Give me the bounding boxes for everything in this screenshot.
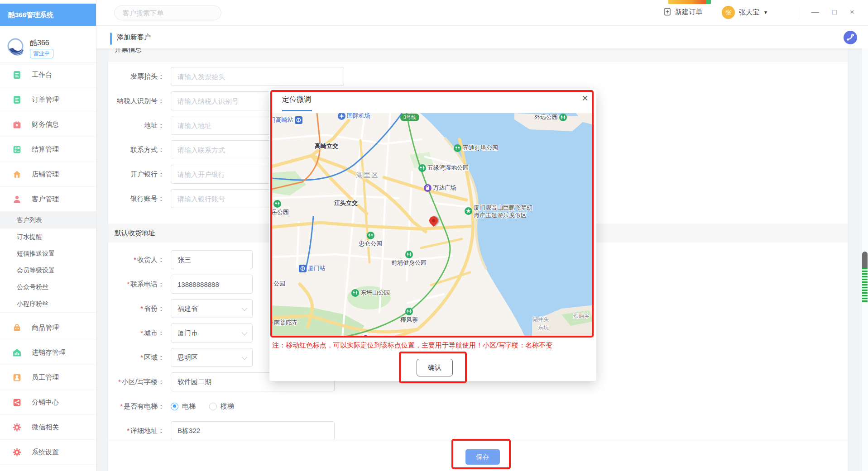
railway-station-icon (299, 265, 307, 272)
park-icon (367, 232, 374, 239)
map-poi: 公园 (272, 280, 285, 288)
metro-line-badge: 3号线 (400, 114, 419, 121)
sidebar-item-shop[interactable]: 店铺管理 (0, 162, 96, 187)
save-button[interactable]: 保存 (465, 449, 500, 465)
field-label: *收货人： (108, 256, 164, 264)
sidebar-item-settlement[interactable]: 结算管理 (0, 137, 96, 162)
dialog-title: 定位微调 (282, 95, 311, 105)
window-controls: — □ × (811, 8, 854, 17)
airport-icon (338, 113, 345, 120)
sidebar-item-workbench[interactable]: 工作台 (0, 62, 96, 87)
map-poi: 万达广场 (424, 184, 456, 192)
sidebar-menu: 工作台 订单管理 ¥ 财务信息 结算管理 店铺管理 客户管理 客户列表 订水提醒… (0, 62, 96, 465)
chevron-down-icon (242, 329, 248, 335)
chevron-down-icon (242, 305, 248, 311)
sidebar-item-member-level[interactable]: 会员等级设置 (0, 262, 96, 279)
resort-icon (465, 207, 472, 215)
customer-service-icon[interactable] (844, 31, 857, 44)
dialog-note: 注：移动红色标点，可以实际定位到该标点位置，主要用于导航使用！小区/写字楼：名称… (272, 341, 552, 350)
park-icon (418, 164, 426, 172)
finance-icon: ¥ (12, 120, 22, 129)
detail-address-field[interactable] (171, 421, 335, 440)
minimize-icon[interactable]: — (811, 8, 819, 17)
logo-block: 酷366 营业中 (0, 26, 96, 62)
confirm-button[interactable]: 确认 (417, 359, 453, 376)
new-order-doc-icon (663, 7, 672, 16)
map-road-label: 高崎立交 (315, 142, 338, 150)
search-input[interactable] (114, 5, 221, 20)
location-adjust-dialog: 定位微调 × (269, 89, 596, 381)
form-row: *是否有电梯： 电梯 楼梯 (108, 397, 848, 416)
park-icon (405, 251, 413, 258)
map-poi: 东坪山公园 (351, 289, 390, 297)
map-place-label: 烈屿乡 (573, 312, 590, 320)
map[interactable]: 门高崎站 国际机场 3号线 外远公园 高崎立交 五通灯塔公园 五缘湾湿地公园 湖… (272, 113, 594, 338)
elevator-radio-group: 电梯 楼梯 (171, 402, 244, 411)
products-icon (12, 323, 22, 333)
close-icon[interactable]: × (850, 8, 854, 17)
city-select[interactable]: 厦门市 (171, 324, 253, 343)
sidebar-item-finance[interactable]: ¥ 财务信息 (0, 112, 96, 137)
field-label: *详细地址： (108, 427, 164, 435)
distribution-icon (12, 398, 22, 407)
park-icon (273, 200, 281, 208)
field-label: 开户银行： (108, 170, 164, 179)
poi-dot-icon (272, 320, 273, 325)
form-row: *详细地址： (108, 421, 848, 440)
sidebar-item-products[interactable]: 商品管理 (0, 315, 96, 340)
field-label: *城市： (108, 329, 164, 338)
stairs-radio[interactable] (209, 403, 217, 410)
sidebar-item-settings[interactable]: 系统设置 (0, 440, 96, 465)
map-poi: 五缘湾湿地公园 (418, 164, 469, 172)
province-select[interactable]: 福建省 (171, 299, 253, 318)
sidebar-item-label: 客户管理 (32, 195, 59, 204)
map-poi: 外远公园 (534, 113, 567, 121)
sidebar-item-official-fans[interactable]: 公众号粉丝 (0, 279, 96, 295)
user-menu[interactable]: 张 张大宝 ▼ (722, 6, 768, 19)
sidebar-item-wechat[interactable]: 微信相关 (0, 415, 96, 440)
scrollbar-thumb[interactable] (862, 252, 868, 303)
customers-icon (12, 195, 22, 204)
map-poi: 椰风寨 (400, 308, 418, 324)
sidebar-item-staff[interactable]: 员工管理 (0, 365, 96, 390)
sidebar-item-label: 店铺管理 (32, 170, 59, 179)
brand-name: 酷366 (30, 38, 49, 48)
park-icon (559, 114, 567, 121)
brand-logo-icon (5, 37, 25, 57)
close-icon[interactable]: × (582, 93, 588, 104)
sidebar-item-orders[interactable]: 订单管理 (0, 87, 96, 112)
park-icon (351, 289, 359, 297)
map-poi: 厦门观音山巨鹏飞梦幻海岸主题游乐度假区 (465, 204, 532, 219)
customer-submenu: 客户列表 订水提醒 短信推送设置 会员等级设置 公众号粉丝 小程序粉丝 (0, 212, 96, 313)
sidebar-item-water-reminder[interactable]: 订水提醒 (0, 228, 96, 245)
sidebar-item-inventory[interactable]: 进销存管理 (0, 340, 96, 365)
phone-field[interactable] (171, 275, 253, 294)
sidebar-item-label: 进销存管理 (32, 348, 66, 357)
map-poi: 南普陀寺 (272, 319, 297, 327)
sidebar-item-miniapp-fans[interactable]: 小程序粉丝 (0, 295, 96, 312)
invoice-title-field[interactable] (171, 67, 344, 86)
tabbar: 添加新客户 (96, 26, 868, 48)
tab-accent-bar (110, 33, 112, 45)
sidebar-item-distribution[interactable]: 分销中心 (0, 390, 96, 415)
svg-text:¥: ¥ (16, 123, 19, 128)
promo-banner-clipped (668, 0, 711, 4)
app-title: 酷366管理系统 (0, 4, 96, 26)
sidebar-item-customer-list[interactable]: 客户列表 (0, 212, 96, 228)
elevator-radio[interactable] (171, 403, 178, 410)
tab-add-customer[interactable]: 添加新客户 (117, 26, 151, 48)
field-label: 联系方式： (108, 146, 164, 154)
sidebar-item-label: 商品管理 (32, 324, 59, 332)
map-poi: 前埔健身公园 (391, 251, 427, 267)
workbench-icon (12, 70, 22, 80)
field-label: 发票抬头： (108, 72, 164, 81)
receiver-field[interactable] (171, 250, 253, 269)
maximize-icon[interactable]: □ (832, 8, 837, 17)
sidebar-item-sms-push[interactable]: 短信推送设置 (0, 245, 96, 262)
district-select[interactable]: 思明区 (171, 348, 253, 367)
new-order-button[interactable]: 新建订单 (663, 7, 702, 16)
map-place-label: 湖井头 (532, 316, 549, 324)
topbar-divider (799, 7, 799, 19)
sidebar-item-customers[interactable]: 客户管理 (0, 187, 96, 212)
chevron-down-icon (242, 354, 248, 360)
